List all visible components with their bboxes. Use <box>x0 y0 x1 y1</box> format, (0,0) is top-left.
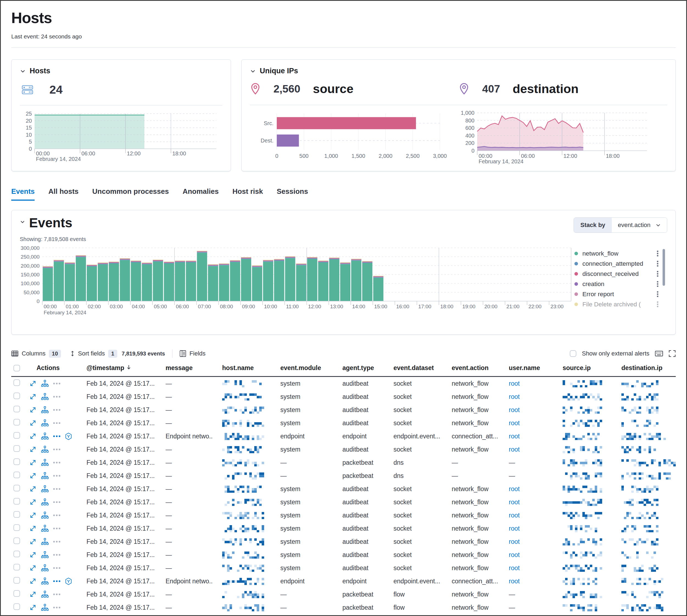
investigate-in-timeline-icon[interactable] <box>41 419 49 426</box>
expand-event-icon[interactable] <box>29 419 37 426</box>
expand-event-icon[interactable] <box>29 591 37 598</box>
legend-actions-icon[interactable] <box>656 301 659 307</box>
legend-actions-icon[interactable] <box>656 261 659 267</box>
row-checkbox[interactable] <box>14 537 20 544</box>
more-actions-icon[interactable] <box>53 593 60 596</box>
sort-desc-icon[interactable] <box>126 364 131 372</box>
column-header-hostname[interactable]: host.name <box>213 364 271 372</box>
investigate-in-timeline-icon[interactable] <box>41 446 49 453</box>
investigate-in-timeline-icon[interactable] <box>41 591 49 598</box>
legend-item[interactable]: network_flow <box>575 248 667 259</box>
legend-item[interactable]: Error report <box>575 289 667 299</box>
expand-event-icon[interactable] <box>29 433 37 440</box>
row-checkbox[interactable] <box>14 379 20 386</box>
expand-event-icon[interactable] <box>29 604 37 611</box>
expand-event-icon[interactable] <box>29 565 37 572</box>
tab-sessions[interactable]: Sessions <box>277 187 308 201</box>
fullscreen-icon[interactable] <box>669 350 676 357</box>
expand-event-icon[interactable] <box>29 577 37 585</box>
column-header-eventdataset[interactable]: event.dataset <box>384 364 442 372</box>
row-checkbox[interactable] <box>14 511 20 518</box>
legend-actions-icon[interactable] <box>656 281 659 287</box>
user-name-link[interactable]: root <box>509 499 520 506</box>
more-actions-icon[interactable] <box>53 607 60 609</box>
investigate-in-timeline-icon[interactable] <box>41 433 49 440</box>
more-actions-icon[interactable] <box>53 514 60 516</box>
tab-events[interactable]: Events <box>11 187 35 201</box>
stack-by-select[interactable]: event.action <box>612 218 667 233</box>
expand-event-icon[interactable] <box>29 538 37 545</box>
row-checkbox[interactable] <box>14 393 20 399</box>
user-name-link[interactable]: root <box>509 446 520 453</box>
more-actions-icon[interactable] <box>53 422 60 424</box>
chevron-down-icon[interactable] <box>250 68 256 74</box>
legend-scrollbar[interactable] <box>663 249 665 286</box>
user-name-link[interactable]: root <box>509 393 520 400</box>
row-checkbox[interactable] <box>14 485 20 491</box>
more-actions-icon[interactable] <box>53 409 60 411</box>
expand-event-icon[interactable] <box>29 525 37 532</box>
more-actions-icon[interactable] <box>53 461 60 464</box>
row-checkbox[interactable] <box>14 577 20 584</box>
column-header-sourceip[interactable]: source.ip <box>553 364 612 372</box>
more-actions-icon[interactable] <box>53 448 60 451</box>
legend-item[interactable]: File Delete archived ( <box>575 299 667 308</box>
expand-event-icon[interactable] <box>29 551 37 558</box>
user-name-link[interactable]: root <box>509 565 520 572</box>
more-actions-icon[interactable] <box>53 580 60 582</box>
legend-item[interactable]: connection_attempted <box>575 259 667 269</box>
more-actions-icon[interactable] <box>53 541 60 543</box>
tab-all-hosts[interactable]: All hosts <box>48 187 79 201</box>
investigate-in-timeline-icon[interactable] <box>41 406 49 413</box>
more-actions-icon[interactable] <box>53 567 60 569</box>
chevron-down-icon[interactable] <box>20 68 26 74</box>
more-actions-icon[interactable] <box>53 396 60 398</box>
keyboard-icon[interactable] <box>655 350 663 357</box>
column-header-destinationip[interactable]: destination.ip <box>612 364 676 372</box>
row-checkbox[interactable] <box>14 458 20 465</box>
more-actions-icon[interactable] <box>53 475 60 477</box>
investigate-in-timeline-icon[interactable] <box>41 525 49 532</box>
more-actions-icon[interactable] <box>53 488 60 490</box>
tab-uncommon-processes[interactable]: Uncommon processes <box>92 187 169 201</box>
user-name-link[interactable]: root <box>509 419 520 426</box>
user-name-link[interactable]: root <box>509 380 520 387</box>
investigate-in-timeline-icon[interactable] <box>41 551 49 558</box>
more-actions-icon[interactable] <box>53 501 60 503</box>
more-actions-icon[interactable] <box>53 527 60 530</box>
analyze-event-icon[interactable] <box>65 577 72 585</box>
expand-event-icon[interactable] <box>29 393 37 400</box>
column-header-Actions[interactable]: Actions <box>29 364 77 372</box>
row-checkbox[interactable] <box>14 524 20 531</box>
column-header-agenttype[interactable]: agent.type <box>333 364 384 372</box>
row-checkbox[interactable] <box>14 590 20 597</box>
column-header-timestamp[interactable]: @timestamp <box>77 364 156 372</box>
column-header-message[interactable]: message <box>156 364 213 372</box>
row-checkbox[interactable] <box>14 406 20 412</box>
hosts-panel-header[interactable]: Hosts <box>20 67 222 75</box>
investigate-in-timeline-icon[interactable] <box>41 485 49 492</box>
row-checkbox[interactable] <box>14 564 20 570</box>
sort-fields-button[interactable]: Sort fields 1 <box>70 350 117 358</box>
investigate-in-timeline-icon[interactable] <box>41 604 49 611</box>
investigate-in-timeline-icon[interactable] <box>41 499 49 506</box>
user-name-link[interactable]: root <box>509 525 520 532</box>
legend-actions-icon[interactable] <box>656 250 659 257</box>
expand-event-icon[interactable] <box>29 512 37 519</box>
investigate-in-timeline-icon[interactable] <box>41 459 49 466</box>
investigate-in-timeline-icon[interactable] <box>41 472 49 479</box>
row-checkbox[interactable] <box>14 603 20 610</box>
user-name-link[interactable]: root <box>509 433 520 440</box>
user-name-link[interactable]: root <box>509 538 520 545</box>
legend-item[interactable]: creation <box>575 279 667 289</box>
investigate-in-timeline-icon[interactable] <box>41 538 49 545</box>
expand-event-icon[interactable] <box>29 406 37 413</box>
investigate-in-timeline-icon[interactable] <box>41 512 49 519</box>
user-name-link[interactable]: root <box>509 512 520 519</box>
more-actions-icon[interactable] <box>53 382 60 385</box>
tab-anomalies[interactable]: Anomalies <box>183 187 219 201</box>
legend-actions-icon[interactable] <box>656 271 659 277</box>
investigate-in-timeline-icon[interactable] <box>41 565 49 572</box>
investigate-in-timeline-icon[interactable] <box>41 380 49 387</box>
row-checkbox[interactable] <box>14 471 20 478</box>
